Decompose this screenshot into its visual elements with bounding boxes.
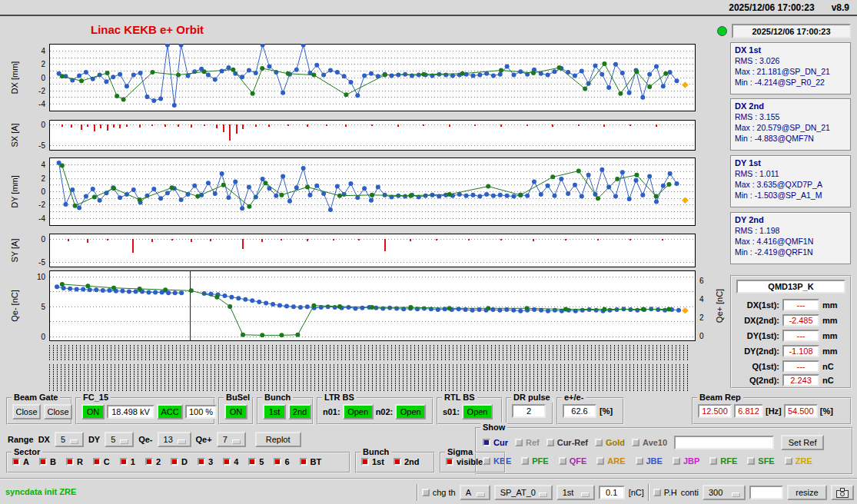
busel-on-button[interactable]: ON bbox=[224, 404, 247, 419]
svg-text:0: 0 bbox=[41, 187, 45, 196]
nc-unit-label: [nC] bbox=[629, 488, 644, 497]
checkbox-indicator bbox=[595, 439, 603, 446]
checkbox-indicator bbox=[361, 458, 369, 466]
show-jbp-checkbox[interactable]: JBP bbox=[673, 456, 699, 466]
page-title: Linac KEKB e+ Orbit bbox=[91, 23, 204, 36]
checkbox-indicator bbox=[747, 457, 755, 465]
fc15-percent-field[interactable]: 100 % bbox=[185, 405, 217, 419]
ltr-n01-open-button[interactable]: Open bbox=[343, 404, 374, 419]
sector-checkbox-3[interactable]: 3 bbox=[198, 457, 213, 466]
beam-rep-field-3[interactable]: 54.500 bbox=[784, 404, 818, 418]
show-cur-ref-label: Cur-Ref bbox=[557, 438, 588, 447]
sigma-frame: Sigma visible bbox=[440, 452, 506, 473]
sector-select[interactable]: A bbox=[460, 485, 490, 500]
show-are-checkbox[interactable]: ARE bbox=[596, 456, 625, 466]
sector-frame-label: Sector bbox=[12, 447, 42, 457]
show-cur-checkbox[interactable]: Cur bbox=[483, 438, 508, 447]
show-pfe-checkbox[interactable]: PFE bbox=[521, 456, 548, 466]
checkbox-indicator bbox=[632, 439, 639, 446]
set-ref-button[interactable]: Set Ref bbox=[781, 435, 824, 450]
replot-button[interactable]: Replot bbox=[255, 432, 301, 447]
stat-title: DX 1st bbox=[735, 45, 846, 55]
sector-checkbox-5[interactable]: 5 bbox=[248, 457, 264, 466]
range-qe-plus-select[interactable]: 7 bbox=[217, 432, 246, 447]
bpm-labels-row-1 bbox=[49, 344, 689, 361]
sector-label: 1 bbox=[131, 457, 135, 466]
bunch-2nd-checkbox[interactable]: 2nd bbox=[394, 457, 420, 466]
bpm-select[interactable]: SP_AT_0 bbox=[494, 485, 553, 500]
checkbox-indicator bbox=[446, 458, 453, 466]
checkbox-indicator bbox=[145, 458, 153, 466]
show-ave10-checkbox[interactable]: Ave10 bbox=[632, 438, 667, 447]
titlebar-datetime: 2025/12/06 17:00:23 bbox=[729, 2, 814, 13]
ltr-bs-frame-label: LTR BS bbox=[322, 393, 357, 403]
beam-rep-field-2[interactable]: 6.812 bbox=[734, 404, 763, 418]
range-dy-select[interactable]: 5 bbox=[105, 432, 134, 447]
sigma-visible-checkbox[interactable]: visible bbox=[446, 457, 483, 466]
chg-th-checkbox[interactable]: chg th bbox=[422, 488, 456, 497]
busel-frame: BuSel ON bbox=[218, 397, 254, 425]
sector-frame: Sector A B R C 1 2 D 3 4 5 6 BT bbox=[6, 452, 350, 473]
sector-checkbox-6[interactable]: 6 bbox=[274, 457, 289, 466]
show-sfe-checkbox[interactable]: SFE bbox=[747, 456, 774, 466]
checkbox-indicator bbox=[559, 457, 566, 465]
ltr-n02-open-button[interactable]: Open bbox=[395, 404, 426, 419]
range-label: Range bbox=[8, 435, 34, 444]
sigma-label: visible bbox=[457, 457, 483, 466]
stat-max: Max : 20.579@SP_DN_21 bbox=[735, 123, 846, 132]
rtl-bs-frame-label: RTL BS bbox=[442, 393, 477, 403]
show-rfe-checkbox[interactable]: RFE bbox=[709, 456, 737, 466]
sector-checkbox-4[interactable]: 4 bbox=[223, 457, 238, 466]
sector-checkbox-bt[interactable]: BT bbox=[300, 457, 322, 466]
separator bbox=[417, 484, 418, 501]
sector-checkbox-c[interactable]: C bbox=[93, 457, 110, 466]
fc15-frame-label: FC_15 bbox=[81, 393, 111, 403]
bunch-1st-button[interactable]: 1st bbox=[263, 404, 286, 419]
bunch-select-frame: Bunch 1st 2nd bbox=[355, 452, 435, 473]
fc15-on-button[interactable]: ON bbox=[81, 404, 105, 419]
sector-label: 6 bbox=[284, 457, 289, 466]
checkbox-indicator bbox=[785, 457, 792, 465]
ltr-n01-label: n01: bbox=[323, 407, 340, 416]
eratio-field[interactable]: 62.6 bbox=[563, 404, 596, 418]
range-qe-minus-select[interactable]: 13 bbox=[158, 432, 191, 447]
sector-checkbox-a[interactable]: A bbox=[12, 457, 29, 466]
bunch-2nd-button[interactable]: 2nd bbox=[288, 404, 311, 419]
beam-rep-field-1[interactable]: 12.500 bbox=[698, 404, 732, 418]
fc15-kv-field[interactable]: 18.498 kV bbox=[107, 405, 154, 419]
dr-pulse-field[interactable]: 2 bbox=[512, 404, 546, 418]
sector-label: 5 bbox=[259, 457, 264, 466]
show-jbe-checkbox[interactable]: JBE bbox=[636, 456, 663, 466]
stat-rms: RMS : 3.155 bbox=[735, 112, 846, 121]
ref-name-input[interactable] bbox=[674, 436, 774, 449]
bunch-1st-checkbox[interactable]: 1st bbox=[361, 457, 384, 466]
sector-checkbox-b[interactable]: B bbox=[39, 457, 56, 466]
sector-checkbox-1[interactable]: 1 bbox=[120, 457, 135, 466]
conti-entry[interactable] bbox=[749, 486, 783, 499]
threshold-field[interactable]: 0.1 bbox=[599, 486, 625, 499]
checkbox-indicator bbox=[66, 458, 74, 466]
sector-checkbox-r[interactable]: R bbox=[66, 457, 83, 466]
checkbox-indicator bbox=[274, 458, 281, 466]
bunch-select[interactable]: 1st bbox=[556, 485, 595, 500]
checkbox-indicator bbox=[636, 457, 643, 465]
show-cur-ref-checkbox[interactable]: Cur-Ref bbox=[546, 438, 588, 447]
beam-rep-frame: Beam Rep 12.500 6.812 [Hz] 54.500 [%] bbox=[692, 397, 852, 425]
sector-checkbox-2[interactable]: 2 bbox=[145, 457, 161, 466]
screenshot-button[interactable] bbox=[831, 485, 854, 500]
fc15-acc-button[interactable]: ACC bbox=[157, 404, 183, 419]
rtl-s01-open-button[interactable]: Open bbox=[462, 404, 493, 419]
range-dx-select[interactable]: 5 bbox=[55, 432, 84, 447]
beam-gate-close-button-1[interactable]: Close bbox=[12, 404, 41, 419]
chg-th-label: chg th bbox=[433, 488, 456, 497]
show-qfe-checkbox[interactable]: QFE bbox=[559, 456, 587, 466]
ph-checkbox[interactable]: P.H bbox=[653, 488, 677, 497]
show-gold-checkbox[interactable]: Gold bbox=[595, 438, 625, 447]
resize-button[interactable]: resize bbox=[787, 485, 827, 500]
beam-gate-close-button-2[interactable]: Close bbox=[44, 404, 72, 419]
svg-text:-5: -5 bbox=[38, 258, 45, 267]
sector-checkbox-d[interactable]: D bbox=[171, 457, 188, 466]
show-ref-checkbox[interactable]: Ref bbox=[515, 438, 540, 447]
show-zre-checkbox[interactable]: ZRE bbox=[785, 456, 812, 466]
conti-count-select[interactable]: 300 bbox=[703, 485, 746, 500]
